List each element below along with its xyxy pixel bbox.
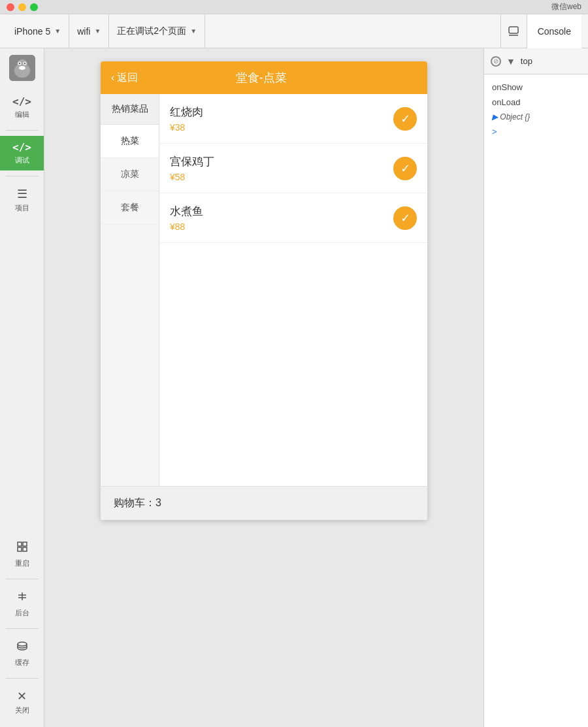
menu-item-1-info: 红烧肉 ¥38 [170, 105, 393, 133]
sidebar-backend-label: 后台 [15, 608, 29, 618]
menu-item-1-check[interactable]: ✓ [393, 107, 417, 131]
phone-body: 热销菜品 热菜 凉菜 套餐 [101, 94, 427, 486]
sidebar-restart-label: 重启 [15, 558, 29, 568]
sidebar-cache-label: 缓存 [15, 658, 29, 668]
back-button[interactable]: ‹ 返回 [111, 71, 138, 85]
category-item-cold-dishes[interactable]: 凉菜 [101, 158, 159, 191]
svg-point-9 [19, 66, 25, 70]
category-combo-label: 套餐 [121, 202, 139, 212]
menu-item-2-name: 宫保鸡丁 [170, 154, 393, 169]
console-tab[interactable]: Console [527, 14, 581, 48]
phone-frame: ‹ 返回 堂食-点菜 热销菜品 热菜 [101, 61, 427, 520]
sidebar-item-restart[interactable]: 重启 [0, 535, 44, 574]
category-cold-dishes-label: 凉菜 [121, 169, 139, 179]
restart-icon [16, 540, 29, 557]
sidebar-divider-3 [6, 579, 39, 579]
menu-item-3-name: 水煮鱼 [170, 204, 393, 219]
device-arrow-icon: ▼ [54, 27, 61, 35]
phone-header: ‹ 返回 堂食-点菜 [101, 61, 427, 94]
console-header: ⊘ ▼ top [484, 48, 588, 74]
console-tab-label: Console [538, 26, 571, 37]
phone-page-title: 堂食-点菜 [138, 70, 384, 86]
sidebar-close-label: 关闭 [15, 705, 29, 715]
sidebar-divider-4 [6, 628, 39, 629]
menu-item-1-price: ¥38 [170, 122, 393, 133]
minimize-traffic-light[interactable] [18, 3, 26, 11]
console-object-text: Object {} [500, 112, 530, 121]
sidebar-editor-label: 编辑 [15, 110, 29, 120]
console-top-label: top [521, 56, 532, 66]
menu-item-3-price: ¥88 [170, 221, 393, 232]
sidebar-item-cache[interactable]: 缓存 [0, 634, 44, 673]
menu-item-1[interactable]: 红烧肉 ¥38 ✓ [159, 94, 427, 144]
sidebar-projects-label: 项目 [15, 203, 29, 213]
sidebar-divider-1 [6, 130, 39, 131]
network-selector[interactable]: wifi ▼ [69, 14, 109, 48]
console-log-onload: onLoad [492, 95, 580, 110]
menu-item-2-check[interactable]: ✓ [393, 157, 417, 180]
close-traffic-light[interactable] [7, 3, 14, 11]
menu-icon: ☰ [17, 187, 27, 201]
back-label: 返回 [117, 71, 138, 85]
object-expand-arrow[interactable]: ▶ [492, 112, 498, 121]
menu-item-3[interactable]: 水煮鱼 ¥88 ✓ [159, 193, 427, 243]
svg-point-7 [18, 63, 20, 64]
console-body: onShow onLoad ▶ Object {} > [484, 74, 588, 727]
svg-rect-0 [509, 27, 518, 33]
svg-rect-10 [18, 542, 22, 546]
backend-icon [16, 590, 29, 606]
category-hot-sale-label: 热销菜品 [112, 103, 148, 114]
sidebar-item-editor[interactable]: </> 编辑 [0, 90, 44, 125]
svg-point-8 [24, 63, 25, 64]
category-hot-sale-header[interactable]: 热销菜品 [101, 94, 159, 125]
sidebar-debug-label: 调试 [15, 155, 29, 165]
cache-icon [16, 639, 29, 656]
console-log-onshow: onShow [492, 80, 580, 95]
avatar [9, 55, 35, 81]
debug-label: 正在调试2个页面 [117, 25, 186, 37]
cursor-tool-button[interactable] [500, 14, 527, 48]
filter-icon[interactable]: ▼ [506, 56, 515, 67]
traffic-lights[interactable] [7, 3, 38, 11]
menu-item-3-check[interactable]: ✓ [393, 206, 417, 230]
phone-preview-area: ‹ 返回 堂食-点菜 热销菜品 热菜 [44, 48, 483, 727]
sidebar-item-backend[interactable]: 后台 [0, 585, 44, 623]
svg-rect-12 [18, 547, 22, 551]
menu-items-list: 红烧肉 ¥38 ✓ 宫保鸡丁 ¥58 ✓ [159, 94, 427, 486]
menu-item-2-price: ¥58 [170, 172, 393, 182]
menu-item-3-info: 水煮鱼 ¥88 [170, 204, 393, 232]
sidebar-item-debug[interactable]: </> 调试 [0, 136, 44, 170]
sidebar-item-close[interactable]: ✕ 关闭 [0, 684, 44, 720]
console-panel: ⊘ ▼ top onShow onLoad ▶ Object {} > [483, 48, 588, 727]
fullscreen-traffic-light[interactable] [30, 3, 38, 11]
category-hot-dishes-label: 热菜 [121, 135, 139, 146]
console-log-object[interactable]: ▶ Object {} [492, 110, 580, 124]
category-item-hot-dishes[interactable]: 热菜 [101, 125, 159, 158]
menu-item-2-info: 宫保鸡丁 ¥58 [170, 154, 393, 182]
cart-label: 购物车：3 [114, 496, 161, 510]
cart-bar[interactable]: 购物车：3 [101, 486, 427, 520]
sidebar-item-projects[interactable]: ☰ 项目 [0, 182, 44, 218]
back-chevron-icon: ‹ [111, 72, 114, 84]
debug-selector[interactable]: 正在调试2个页面 ▼ [109, 14, 205, 48]
category-item-combo[interactable]: 套餐 [101, 191, 159, 225]
svg-point-17 [18, 642, 27, 646]
category-sidebar: 热销菜品 热菜 凉菜 套餐 [101, 94, 159, 486]
debug-arrow-icon: ▼ [190, 27, 197, 35]
device-label: iPhone 5 [14, 26, 50, 37]
toolbar: iPhone 5 ▼ wifi ▼ 正在调试2个页面 ▼ Console [0, 14, 588, 48]
svg-rect-11 [23, 542, 27, 546]
console-input-arrow[interactable]: > [492, 124, 580, 139]
app-title: 微信web [551, 1, 581, 12]
code-icon: </> [12, 95, 31, 108]
menu-item-1-name: 红烧肉 [170, 105, 393, 120]
svg-rect-13 [23, 547, 27, 551]
debug-icon: </> [12, 141, 31, 153]
sidebar: </> 编辑 </> 调试 ☰ 项目 重启 [0, 48, 44, 727]
sidebar-divider-2 [6, 176, 39, 176]
no-filter-icon[interactable]: ⊘ [491, 56, 501, 67]
sidebar-divider-5 [6, 678, 39, 679]
network-arrow-icon: ▼ [94, 27, 101, 35]
device-selector[interactable]: iPhone 5 ▼ [7, 14, 69, 48]
menu-item-2[interactable]: 宫保鸡丁 ¥58 ✓ [159, 144, 427, 193]
